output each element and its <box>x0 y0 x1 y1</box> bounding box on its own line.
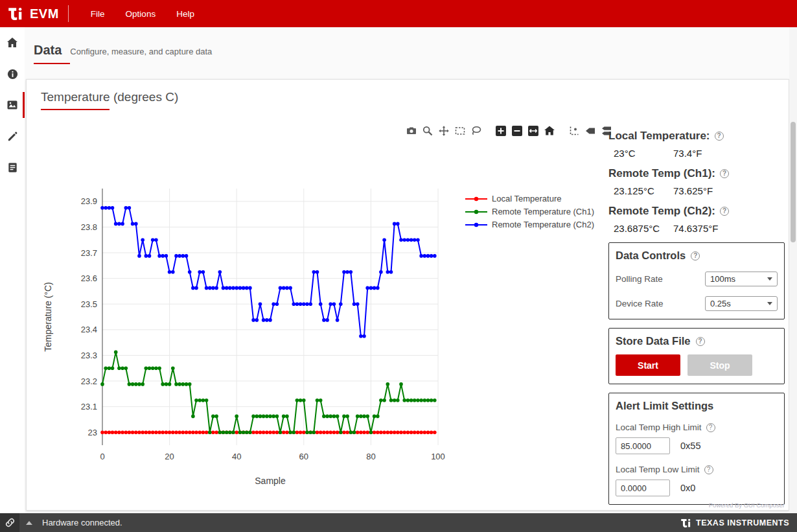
chevron-down-icon <box>767 277 772 281</box>
svg-text:60: 60 <box>299 452 308 461</box>
connection-icon-box[interactable] <box>0 513 19 532</box>
zoom-out-icon[interactable] <box>511 125 523 137</box>
device-rate-select[interactable]: 0.25s <box>705 296 778 311</box>
data-controls-title: Data Controls <box>616 249 778 262</box>
temperature-card: Temperature (degrees C) 2323.123.223.323… <box>26 79 789 511</box>
chart-view-icon <box>6 98 19 111</box>
chevron-up-icon[interactable] <box>26 521 32 525</box>
svg-text:Temperature (°C): Temperature (°C) <box>43 282 53 352</box>
remote-temp-ch2-label: Remote Temp (Ch2): <box>608 205 715 218</box>
polling-rate-row: Polling Rate 100ms <box>616 272 778 286</box>
svg-text:23.7: 23.7 <box>81 248 97 258</box>
help-icon[interactable] <box>691 251 700 260</box>
local-temp-celsius: 23°C <box>614 148 673 159</box>
help-icon[interactable] <box>696 337 705 346</box>
header-divider <box>68 5 69 22</box>
svg-text:23.5: 23.5 <box>81 299 97 309</box>
legend-swatch-icon <box>465 221 488 229</box>
local-temp-low-limit-label-row: Local Temp Low Limit <box>616 465 778 474</box>
chevron-down-icon <box>767 302 772 305</box>
sidebar-item-data-view[interactable] <box>0 89 25 121</box>
remote-temp-ch2-values: 23.6875°C 74.6375°F <box>614 223 785 234</box>
data-controls-box: Data Controls Polling Rate 100ms Device … <box>608 242 785 319</box>
help-icon[interactable] <box>720 169 729 178</box>
chart-area: 2323.123.223.323.423.523.623.723.823.902… <box>40 179 480 500</box>
page-title: Data <box>34 43 62 64</box>
menu-options[interactable]: Options <box>115 0 167 27</box>
legend-item[interactable]: Remote Temperature (Ch2) <box>465 220 594 229</box>
sidebar-item-home[interactable] <box>0 27 25 58</box>
lasso-select-icon[interactable] <box>470 125 482 137</box>
local-temp-high-limit-input[interactable] <box>616 437 670 454</box>
local-temperature-values: 23°C 73.4°F <box>614 148 785 159</box>
alert-limit-settings-title: Alert Limit Settings <box>616 400 778 412</box>
device-rate-label: Device Rate <box>616 299 664 308</box>
start-button[interactable]: Start <box>616 354 680 376</box>
device-rate-value: 0.25s <box>710 299 731 308</box>
reset-axes-home-icon[interactable] <box>544 125 555 137</box>
legend-swatch-icon <box>465 208 488 216</box>
chart-modebar <box>406 125 612 137</box>
zoom-in-icon[interactable] <box>495 125 507 137</box>
autoscale-icon[interactable] <box>527 125 539 137</box>
scrollbar-thumb[interactable] <box>791 122 796 242</box>
zoom-icon[interactable] <box>422 125 433 137</box>
local-temp-low-limit-input[interactable] <box>616 480 670 496</box>
local-temp-low-limit-label: Local Temp Low Limit <box>616 465 700 474</box>
status-bar: Hardware connected. Texas Instruments <box>0 513 797 532</box>
edit-icon <box>6 130 19 143</box>
local-temp-fahrenheit: 73.4°F <box>673 148 702 159</box>
box-select-icon[interactable] <box>454 125 466 137</box>
help-icon[interactable] <box>720 207 729 216</box>
remote-temp-ch1-heading: Remote Temp (Ch1): <box>608 167 785 180</box>
local-temperature-heading: Local Temperature: <box>608 130 785 143</box>
local-temp-high-limit-row: 0x55 <box>616 437 778 454</box>
page-head: Data Configure, measure, and capture dat… <box>34 43 212 64</box>
help-icon[interactable] <box>715 132 724 141</box>
sidebar-item-edit[interactable] <box>0 121 25 152</box>
svg-text:100: 100 <box>431 452 445 461</box>
svg-text:23.2: 23.2 <box>81 376 97 386</box>
app-title: EVM <box>30 6 59 21</box>
polling-rate-select[interactable]: 100ms <box>705 272 778 286</box>
legend-label: Local Temperature <box>492 194 561 203</box>
legend-item[interactable]: Local Temperature <box>465 194 594 203</box>
link-icon <box>5 517 16 528</box>
remote-ch1-fahrenheit: 73.625°F <box>673 185 713 196</box>
toggle-spikelines-icon[interactable] <box>568 125 580 137</box>
legend-item[interactable]: Remote Temperature (Ch1) <box>465 207 594 216</box>
card-title: Temperature (degrees C) <box>41 90 178 110</box>
local-temp-high-limit-label-row: Local Temp High Limit <box>616 422 778 432</box>
camera-icon[interactable] <box>406 125 417 137</box>
remote-temp-ch1-label: Remote Temp (Ch1): <box>608 167 715 180</box>
remote-ch2-fahrenheit: 74.6375°F <box>673 223 718 234</box>
ti-logo-icon <box>680 517 691 529</box>
polling-rate-value: 100ms <box>710 274 735 284</box>
menu-help[interactable]: Help <box>166 0 205 27</box>
log-icon <box>6 161 19 174</box>
svg-text:23.6: 23.6 <box>81 273 97 283</box>
sidebar-item-info[interactable] <box>0 58 25 89</box>
scrollbar[interactable] <box>789 27 797 513</box>
remote-ch1-celsius: 23.125°C <box>614 185 673 196</box>
main-area: Data Configure, measure, and capture dat… <box>25 27 789 513</box>
sidebar-item-log[interactable] <box>0 152 25 183</box>
local-temp-low-limit-hex: 0x0 <box>680 483 695 493</box>
svg-text:23.3: 23.3 <box>81 351 97 360</box>
svg-text:23: 23 <box>88 428 97 437</box>
temperature-chart[interactable]: 2323.123.223.323.423.523.623.723.823.902… <box>40 179 480 497</box>
home-icon <box>6 36 19 49</box>
help-icon[interactable] <box>706 423 715 432</box>
svg-text:23.1: 23.1 <box>81 402 97 411</box>
stop-button[interactable]: Stop <box>687 354 752 376</box>
local-temp-high-limit-hex: 0x55 <box>680 441 700 451</box>
local-temp-high-limit-label: Local Temp High Limit <box>616 422 702 432</box>
polling-rate-label: Polling Rate <box>616 274 663 284</box>
legend-label: Remote Temperature (Ch1) <box>492 207 594 216</box>
footer-brand: Texas Instruments <box>680 517 789 529</box>
menu-file[interactable]: File <box>80 0 115 27</box>
help-icon[interactable] <box>704 465 713 474</box>
hover-closest-icon[interactable] <box>584 125 596 137</box>
pan-icon[interactable] <box>438 125 450 137</box>
ti-logo-icon <box>6 5 23 22</box>
